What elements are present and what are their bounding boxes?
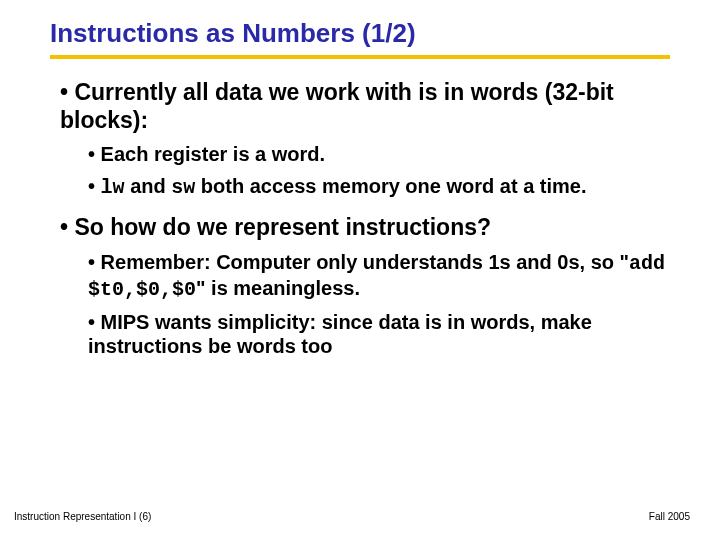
footer-left: Instruction Representation I (6) xyxy=(14,511,151,522)
text: " is meaningless. xyxy=(196,277,360,299)
bullet-level2: • MIPS wants simplicity: since data is i… xyxy=(88,310,670,358)
bullet-level2: • Remember: Computer only understands 1s… xyxy=(88,250,670,302)
bullet-level2: • lw and sw both access memory one word … xyxy=(88,174,670,200)
bullet-level1: • Currently all data we work with is in … xyxy=(60,79,670,134)
text: both access memory one word at a time. xyxy=(195,175,586,197)
text: • xyxy=(88,175,101,197)
bullet-level2: • Each register is a word. xyxy=(88,142,670,166)
footer-right: Fall 2005 xyxy=(649,511,690,522)
code-inline: sw xyxy=(171,176,195,199)
code-inline: lw xyxy=(101,176,125,199)
slide-title: Instructions as Numbers (1/2) xyxy=(50,18,670,59)
slide: Instructions as Numbers (1/2) • Currentl… xyxy=(0,0,720,540)
text: and xyxy=(125,175,172,197)
slide-content: • Currently all data we work with is in … xyxy=(50,79,670,358)
text: • Remember: Computer only understands 1s… xyxy=(88,251,629,273)
bullet-level1: • So how do we represent instructions? xyxy=(60,214,670,242)
